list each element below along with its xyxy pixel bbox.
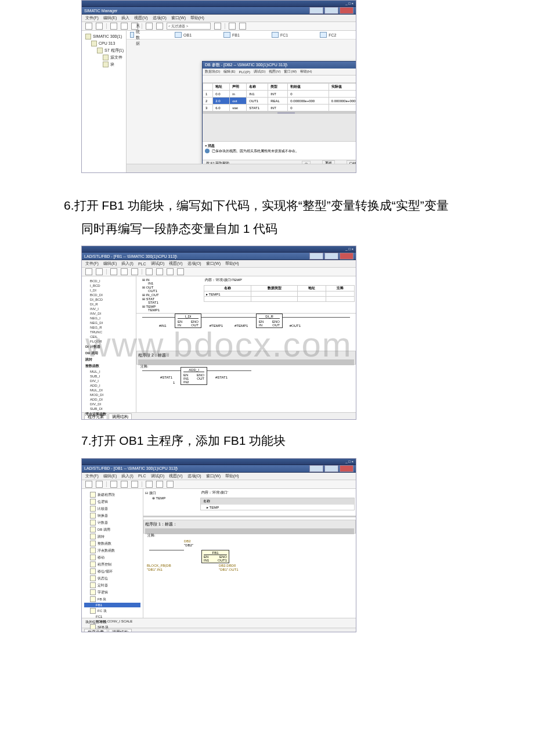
interface-table[interactable]: 名称数据类型地址注释 ▸ TEMP1 bbox=[204, 285, 355, 302]
menu-insert[interactable]: 插入(I) bbox=[121, 473, 134, 479]
new-icon[interactable] bbox=[85, 23, 92, 30]
splitter[interactable] bbox=[203, 112, 356, 114]
menu-options[interactable]: 选项(O) bbox=[187, 473, 201, 479]
tree-group[interactable]: 整数函数 bbox=[84, 363, 134, 369]
iface-out[interactable]: ⊞ OUT bbox=[138, 285, 201, 289]
cat-convert[interactable]: 转换器 bbox=[84, 512, 140, 519]
cat-new-network[interactable]: 新建程序段 bbox=[84, 491, 140, 498]
tree-item[interactable]: MOD_DI bbox=[84, 393, 134, 397]
network-2[interactable]: ADD_I ENENO IN1OUT IN2 #STAT1 1 #STAT1 bbox=[136, 367, 356, 405]
new-icon[interactable] bbox=[85, 268, 92, 275]
tree-item[interactable]: DI_BCD bbox=[84, 297, 134, 302]
cut-icon[interactable] bbox=[222, 77, 228, 82]
network-1-header[interactable]: 程序段 1：标题： 注释: bbox=[143, 520, 356, 534]
tree-group[interactable]: DI 计数器 bbox=[84, 344, 134, 350]
table-row-selected[interactable]: 22.0outOUT1REAL0.000000e+0000.000000e+00… bbox=[203, 98, 356, 105]
menu-window[interactable]: 窗口(W) bbox=[206, 261, 221, 267]
menu-file[interactable]: 文件(F) bbox=[85, 261, 99, 267]
menu-view[interactable]: 视图(V) bbox=[169, 473, 182, 479]
cat-counter[interactable]: 计数器 bbox=[84, 519, 140, 526]
table-row[interactable]: 10.0inIN1INT0 bbox=[203, 91, 356, 98]
call-fb1-block[interactable]: FB1 ENENO IN1OUT1 bbox=[201, 550, 229, 563]
toolbar[interactable] bbox=[82, 480, 356, 489]
bottom-tabs[interactable]: 程序元素 调用结构 bbox=[82, 628, 356, 632]
menu-plc[interactable]: PLC bbox=[138, 474, 146, 478]
db-menubar[interactable]: 数据块(D) 编辑(E) PLC(P) 调试(D) 视图(V) 窗口(W) 帮助… bbox=[203, 69, 356, 75]
contact-icon[interactable] bbox=[146, 268, 153, 275]
menu-debug[interactable]: 调试(D) bbox=[151, 261, 165, 267]
cat-timer[interactable]: 定时器 bbox=[84, 582, 140, 589]
cat-fc[interactable]: FC 块 bbox=[84, 607, 140, 614]
tab-elements[interactable]: 程序元素 bbox=[84, 629, 107, 632]
tree-item[interactable]: DI_R bbox=[84, 302, 134, 307]
tree-item[interactable]: BCD_DI bbox=[84, 293, 134, 297]
menu-datablock[interactable]: 数据块(D) bbox=[205, 69, 220, 74]
cat-progctrl[interactable]: 程序控制 bbox=[84, 561, 140, 568]
tree-item[interactable]: MUL_DI bbox=[84, 388, 134, 393]
block-ob1[interactable]: OB1 bbox=[175, 32, 192, 38]
menu-options[interactable]: 选项(O) bbox=[187, 261, 201, 267]
cat-int[interactable]: 整数函数 bbox=[84, 540, 140, 547]
copy-icon[interactable] bbox=[121, 481, 128, 488]
menu-edit[interactable]: 编辑(E) bbox=[223, 69, 235, 74]
cat-word[interactable]: 字逻辑 bbox=[84, 589, 140, 596]
menubar[interactable]: 文件(F) 编辑(E) 插入(I) PLC 调试(D) 视图(V) 选项(O) … bbox=[82, 260, 356, 268]
cut-icon[interactable] bbox=[110, 481, 117, 488]
menu-window[interactable]: 窗口(W) bbox=[206, 473, 221, 479]
tree-item[interactable]: INV_I bbox=[84, 307, 134, 311]
iface-stat[interactable]: ⊞ STAT bbox=[138, 297, 201, 301]
db-window-titlebar[interactable]: DB 参数 - [DB2 -- \SIMATIC 300(1)\CPU 313]… bbox=[203, 62, 356, 69]
menu-help[interactable]: 帮助(H) bbox=[225, 261, 239, 267]
network-1[interactable]: I_DI ENENO INOUT #IN1 #TEMP1 DI_R ENENO … bbox=[136, 314, 356, 348]
copy-icon[interactable] bbox=[121, 268, 128, 275]
download-icon[interactable] bbox=[131, 268, 138, 275]
menu-help[interactable]: 帮助(H) bbox=[300, 69, 312, 74]
tree-item[interactable]: ADD_DI bbox=[84, 397, 134, 402]
tree-item[interactable]: BCD_I bbox=[84, 279, 134, 283]
toolbar[interactable] bbox=[82, 268, 356, 276]
block-fc1[interactable]: FC1 bbox=[272, 32, 288, 38]
tree-item[interactable]: SUB_I bbox=[84, 374, 134, 379]
open-icon[interactable] bbox=[96, 23, 103, 30]
tree-item[interactable]: MUL_I bbox=[84, 369, 134, 374]
tree-item[interactable]: NEG_I bbox=[84, 316, 134, 321]
db-toolbar[interactable] bbox=[203, 75, 356, 83]
menu-edit[interactable]: 编辑(E) bbox=[103, 15, 117, 21]
tree-item[interactable]: NEG_R bbox=[84, 325, 134, 330]
db-variable-table[interactable]: 地址 声明 名称 类型 初始值 实际值 10.0inIN1INT0 22.0ou… bbox=[203, 83, 356, 111]
new-icon[interactable] bbox=[85, 481, 92, 488]
block-fb1[interactable]: FB1 bbox=[223, 32, 240, 38]
code-area[interactable]: ⊞ IN IN1 ⊞ OUT OUT1 ⊞ IN_OUT ⊞ STAT STAT… bbox=[136, 276, 356, 412]
iface-row[interactable]: ▸ TEMP bbox=[201, 505, 354, 510]
cat-fc1[interactable]: FC1 bbox=[84, 614, 140, 619]
download-icon[interactable] bbox=[146, 23, 153, 30]
tree-item[interactable]: ADD_I bbox=[84, 383, 134, 388]
block-fc2[interactable]: FC2 bbox=[320, 32, 336, 38]
catalog-pane[interactable]: 新建程序段 位逻辑 比较器 转换器 计数器 DB 调用 跳转 整数函数 浮点数函… bbox=[82, 489, 143, 618]
menubar[interactable]: 文件(F) 编辑(E) 插入 视图(V) 选项(O) 窗口(W) 帮助(H) bbox=[82, 15, 356, 22]
network-1[interactable]: DB2 "DB2" FB1 ENENO IN1OUT1 BLOCK_FB(DB … bbox=[143, 536, 356, 586]
block-sysdata[interactable]: 系统数据 bbox=[130, 23, 143, 46]
tree-item[interactable]: NEG_DI bbox=[84, 321, 134, 325]
block-di-r[interactable]: DI_R ENENO INOUT #TEMP1 #OUT1 bbox=[256, 314, 283, 328]
filter-icon[interactable] bbox=[214, 23, 221, 30]
download-icon[interactable] bbox=[131, 481, 138, 488]
tree-cpu[interactable]: CPU 313 bbox=[84, 40, 124, 47]
cut-icon[interactable] bbox=[110, 23, 117, 30]
tree-group[interactable]: 浮点运算函数 bbox=[84, 411, 134, 417]
tree-item[interactable]: DIV_I bbox=[84, 379, 134, 383]
network-2-header[interactable]: 程序段 2：标题： 注释: bbox=[136, 351, 356, 365]
help-icon[interactable] bbox=[177, 268, 184, 275]
tree-item[interactable]: I_DI bbox=[84, 288, 134, 293]
tree-blocks[interactable]: 块 bbox=[84, 61, 124, 68]
iface-temp[interactable]: ⊕ TEMP bbox=[145, 496, 197, 500]
menu-debug[interactable]: 调试(D) bbox=[151, 473, 165, 479]
cat-compare[interactable]: 比较器 bbox=[84, 505, 140, 512]
cat-float[interactable]: 浮点数函数 bbox=[84, 547, 140, 554]
cat-shift[interactable]: 移位/循环 bbox=[84, 568, 140, 575]
tree-root[interactable]: SIMATIC 300(1) bbox=[84, 33, 124, 40]
block-add-i[interactable]: ADD_I ENENO IN1OUT IN2 #STAT1 1 #STAT1 bbox=[181, 367, 207, 385]
tree-group[interactable]: 跳转 bbox=[84, 357, 134, 363]
tree-item[interactable]: FLOOR bbox=[84, 339, 134, 344]
window-buttons[interactable] bbox=[309, 7, 353, 14]
